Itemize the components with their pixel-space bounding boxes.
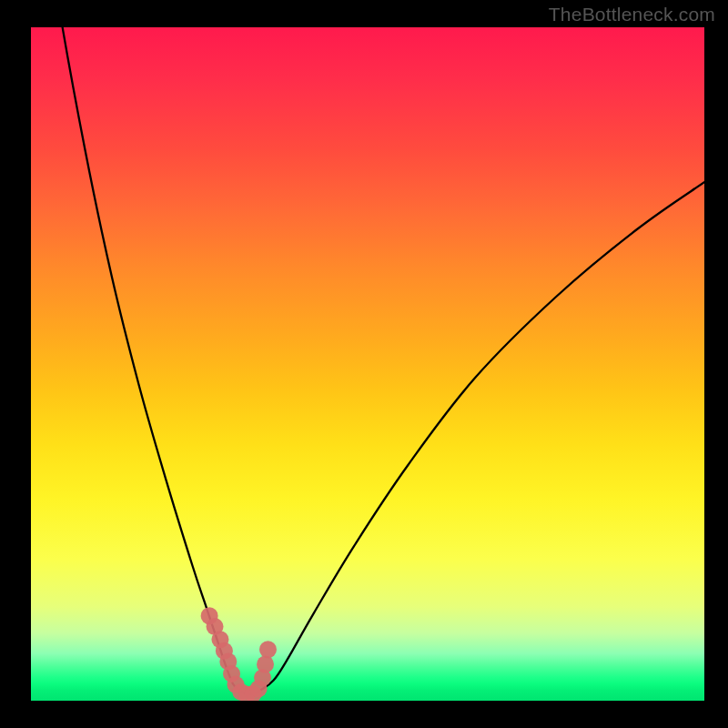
- plot-area: [31, 27, 704, 701]
- watermark-text: TheBottleneck.com: [549, 4, 715, 25]
- chart-container: TheBottleneck.com: [0, 0, 728, 728]
- curve-svg: [31, 27, 704, 701]
- highlight-dot-group: [201, 607, 277, 701]
- highlight-dot: [257, 656, 274, 673]
- bottleneck-curve: [31, 27, 704, 694]
- highlight-dot: [259, 641, 277, 658]
